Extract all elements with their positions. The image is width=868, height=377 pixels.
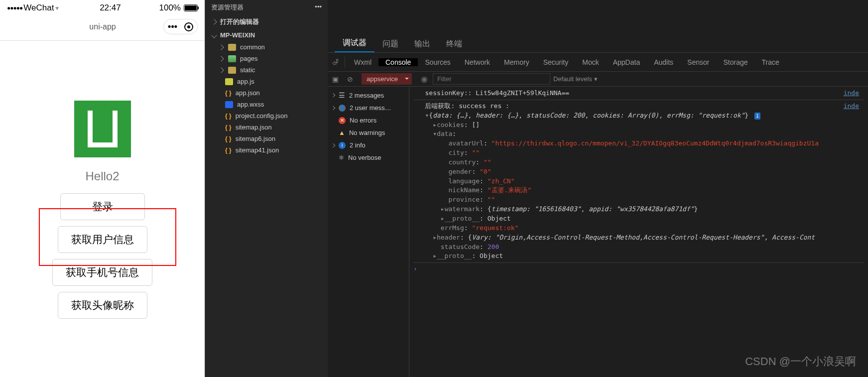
side-messages[interactable]: ☰2 messages — [328, 89, 409, 102]
tab-security[interactable]: Security — [536, 58, 576, 66]
folder-common[interactable]: common — [205, 41, 328, 53]
tab-sensor[interactable]: Sensor — [680, 58, 716, 66]
live-expression-icon[interactable]: ◉ — [421, 74, 428, 84]
tab-sources[interactable]: Sources — [418, 58, 457, 66]
file-app-json[interactable]: { }app.json — [205, 87, 328, 99]
get-avatar-button[interactable]: 获取头像昵称 — [58, 292, 147, 319]
capsule-button[interactable]: ••• — [163, 19, 198, 34]
file-app-js[interactable]: app.js — [205, 76, 328, 87]
nav-bar: uni-app ••• — [0, 14, 205, 41]
more-icon[interactable]: ••• — [315, 3, 322, 12]
filter-input[interactable] — [433, 73, 550, 85]
file-project-config[interactable]: { }project.config.json — [205, 110, 328, 122]
tab-problems[interactable]: 问题 — [374, 35, 406, 52]
watermark: CSDN @一个小浪吴啊 — [745, 354, 856, 369]
tab-debugger[interactable]: 调试器 — [335, 34, 374, 52]
open-editors-section[interactable]: 打开的编辑器 — [205, 15, 328, 29]
devtools-tabbar: 调试器 问题 输出 终端 — [328, 35, 868, 53]
explorer-title: 资源管理器 — [211, 3, 244, 12]
tab-appdata[interactable]: AppData — [606, 58, 647, 66]
close-icon[interactable] — [184, 22, 193, 31]
sidebar-toggle-icon[interactable]: ▣ — [328, 75, 343, 83]
hello-text: Hello2 — [85, 169, 119, 183]
battery-icon — [184, 4, 198, 11]
tab-console[interactable]: Console — [378, 58, 418, 66]
side-warnings[interactable]: ▲No warnings — [328, 126, 409, 139]
wifi-icon: ᯤ — [55, 4, 61, 12]
file-sitemap41[interactable]: { }sitemap41.json — [205, 144, 328, 156]
inspect-icon[interactable]: ⮰ — [328, 58, 343, 66]
tab-mock[interactable]: Mock — [575, 58, 606, 66]
tab-storage[interactable]: Storage — [716, 58, 754, 66]
file-explorer: 资源管理器••• 打开的编辑器 MP-WEIXIN common pages s… — [205, 0, 328, 377]
clear-console-icon[interactable]: ⊘ — [343, 75, 358, 83]
side-info[interactable]: i2 info — [328, 139, 409, 151]
side-user[interactable]: 👤2 user mess… — [328, 102, 409, 114]
status-time: 22:47 — [100, 3, 121, 13]
side-verbose[interactable]: ✱No verbose — [328, 151, 409, 164]
message-sidebar: ☰2 messages 👤2 user mess… ✕No errors ▲No… — [328, 87, 409, 377]
tab-trace[interactable]: Trace — [755, 58, 786, 66]
tab-network[interactable]: Network — [458, 58, 497, 66]
log-levels-dropdown[interactable]: Default levels ▾ — [553, 75, 598, 83]
context-dropdown[interactable]: appservice — [362, 73, 412, 85]
console-filter-bar: ▣ ⊘ appservice ◉ Default levels ▾ — [328, 72, 868, 87]
devtools-panel: 调试器 问题 输出 终端 ⮰ Wxml Console Sources Netw… — [328, 0, 868, 377]
console-output[interactable]: inde sessionKey:: Lit5w84gZNIT+59lKqiNNA… — [409, 87, 868, 377]
file-sitemap6[interactable]: { }sitemap6.json — [205, 133, 328, 144]
file-app-wxss[interactable]: app.wxss — [205, 99, 328, 110]
file-sitemap[interactable]: { }sitemap.json — [205, 122, 328, 133]
devtools-toolbar: ⮰ Wxml Console Sources Network Memory Se… — [328, 53, 868, 72]
tab-output[interactable]: 输出 — [406, 35, 438, 52]
tab-wxml[interactable]: Wxml — [347, 58, 378, 66]
status-bar: ●●●●● WeChatᯤ 22:47 100% — [0, 0, 205, 14]
source-link[interactable]: inde — [844, 89, 859, 98]
tab-memory[interactable]: Memory — [497, 58, 536, 66]
tab-terminal[interactable]: 终端 — [438, 35, 470, 52]
folder-pages[interactable]: pages — [205, 53, 328, 64]
phone-simulator: ●●●●● WeChatᯤ 22:47 100% uni-app ••• Hel… — [0, 0, 205, 377]
more-icon[interactable]: ••• — [168, 21, 177, 32]
app-logo — [74, 101, 131, 157]
folder-static[interactable]: static — [205, 64, 328, 76]
side-errors[interactable]: ✕No errors — [328, 114, 409, 126]
project-section[interactable]: MP-WEIXIN — [205, 29, 328, 41]
annotation-box — [39, 208, 176, 266]
source-link[interactable]: inde — [844, 102, 859, 111]
page-title: uni-app — [89, 22, 116, 31]
tab-audits[interactable]: Audits — [647, 58, 680, 66]
